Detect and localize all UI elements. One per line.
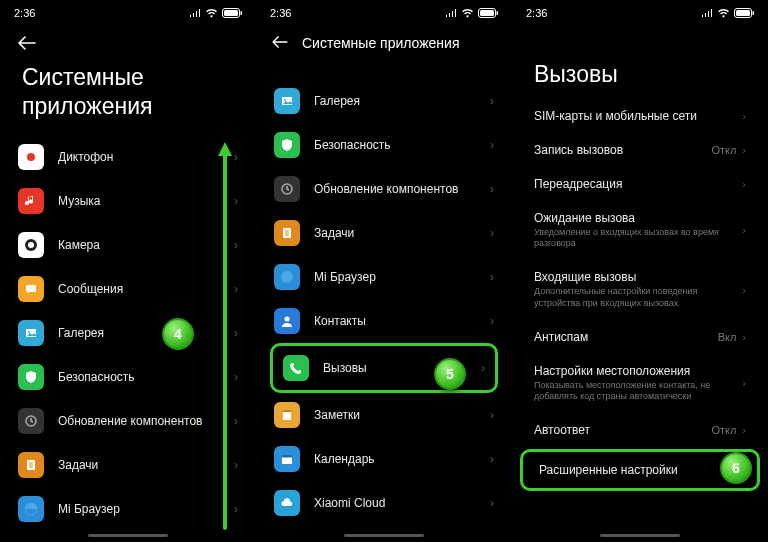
chevron-icon: › xyxy=(490,408,494,422)
status-icons xyxy=(701,8,754,18)
screen-system-apps-1: 2:36 Системные приложения Диктофон › Муз… xyxy=(0,0,256,542)
cloud-icon xyxy=(274,490,300,516)
svg-rect-14 xyxy=(480,10,494,16)
home-indicator[interactable] xyxy=(600,534,680,537)
chevron-icon: › xyxy=(742,144,746,156)
item-tasks[interactable]: Задачи › xyxy=(264,211,504,255)
home-indicator[interactable] xyxy=(88,534,168,537)
back-button[interactable] xyxy=(272,32,288,53)
setting-call-recording[interactable]: Запись вызовов Откл › xyxy=(512,133,768,167)
chevron-icon: › xyxy=(490,138,494,152)
svg-rect-1 xyxy=(224,10,238,16)
status-time: 2:36 xyxy=(526,7,547,19)
setting-call-waiting[interactable]: Ожидание вызова Уведомление о входящих в… xyxy=(512,201,768,260)
app-list: Галерея › Безопасность › Обновление комп… xyxy=(256,61,512,525)
browser-icon xyxy=(18,496,44,522)
security-icon xyxy=(274,132,300,158)
chevron-icon: › xyxy=(490,270,494,284)
camera-icon xyxy=(18,232,44,258)
chevron-icon: › xyxy=(490,314,494,328)
item-xiaomi-cloud[interactable]: Xiaomi Cloud › xyxy=(264,481,504,525)
item-updates[interactable]: Обновление компонентов › xyxy=(264,167,504,211)
status-bar: 2:36 xyxy=(512,0,768,24)
svg-rect-23 xyxy=(283,410,291,412)
page-title: Вызовы xyxy=(512,56,768,99)
status-icons xyxy=(445,8,498,18)
svg-point-8 xyxy=(28,331,30,333)
item-gallery[interactable]: Галерея › xyxy=(8,311,248,355)
status-time: 2:36 xyxy=(270,7,291,19)
svg-point-21 xyxy=(285,317,290,322)
item-browser[interactable]: Mi Браузер › xyxy=(264,255,504,299)
item-security[interactable]: Безопасность › xyxy=(264,123,504,167)
status-bar: 2:36 xyxy=(256,0,512,24)
item-tasks[interactable]: Задачи › xyxy=(8,443,248,487)
item-contacts[interactable]: Контакты › xyxy=(264,299,504,343)
item-messages[interactable]: Сообщения › xyxy=(8,267,248,311)
item-calendar[interactable]: Календарь › xyxy=(264,437,504,481)
home-indicator[interactable] xyxy=(344,534,424,537)
setting-advanced[interactable]: Расширенные настройки › xyxy=(527,458,753,482)
tasks-icon xyxy=(18,452,44,478)
calendar-icon xyxy=(274,446,300,472)
svg-rect-27 xyxy=(736,10,750,16)
svg-rect-15 xyxy=(497,11,499,15)
screen-calls-settings: 2:36 Вызовы SIM-карты и мобильные сети ›… xyxy=(512,0,768,542)
item-camera[interactable]: Камера › xyxy=(8,223,248,267)
item-browser[interactable]: Mi Браузер › xyxy=(8,487,248,531)
chevron-icon: › xyxy=(481,361,485,375)
phone-icon xyxy=(283,355,309,381)
svg-point-5 xyxy=(28,242,34,248)
setting-sim[interactable]: SIM-карты и мобильные сети › xyxy=(512,99,768,133)
chevron-icon: › xyxy=(490,496,494,510)
chevron-icon: › xyxy=(490,452,494,466)
page-title: Системные приложения xyxy=(0,59,256,135)
status-time: 2:36 xyxy=(14,7,35,19)
setting-location[interactable]: Настройки местоположения Показывать мест… xyxy=(512,354,768,413)
chevron-icon: › xyxy=(490,182,494,196)
item-music[interactable]: Музыка › xyxy=(8,179,248,223)
status-bar: 2:36 xyxy=(0,0,256,24)
svg-rect-2 xyxy=(241,11,243,15)
chevron-icon: › xyxy=(742,110,746,122)
svg-point-3 xyxy=(27,153,35,161)
chevron-icon: › xyxy=(742,224,746,236)
header: Системные приложения xyxy=(256,24,512,61)
gallery-icon xyxy=(274,88,300,114)
setting-antispam[interactable]: Антиспам Вкл › xyxy=(512,320,768,354)
step-marker-4: 4 xyxy=(162,318,194,350)
back-button[interactable] xyxy=(0,24,256,59)
gallery-icon xyxy=(18,320,44,346)
svg-rect-6 xyxy=(26,285,36,292)
item-gallery[interactable]: Галерея › xyxy=(264,79,504,123)
updates-icon xyxy=(18,408,44,434)
item-recorder[interactable]: Диктофон › xyxy=(8,135,248,179)
messages-icon xyxy=(18,276,44,302)
contacts-icon xyxy=(274,308,300,334)
item-security[interactable]: Безопасность › xyxy=(8,355,248,399)
chevron-icon: › xyxy=(490,94,494,108)
svg-rect-25 xyxy=(282,455,292,458)
security-icon xyxy=(18,364,44,390)
chevron-icon: › xyxy=(742,424,746,436)
item-notes[interactable]: Заметки › xyxy=(264,393,504,437)
scroll-arrow xyxy=(215,140,235,530)
svg-point-20 xyxy=(281,271,293,283)
svg-rect-28 xyxy=(753,11,755,15)
notes-icon xyxy=(274,402,300,428)
status-icons xyxy=(189,8,242,18)
setting-autoanswer[interactable]: Автоответ Откл › xyxy=(512,413,768,447)
music-icon xyxy=(18,188,44,214)
item-updates[interactable]: Обновление компонентов › xyxy=(8,399,248,443)
setting-incoming[interactable]: Входящие вызовы Дополнительные настройки… xyxy=(512,260,768,319)
setting-forwarding[interactable]: Переадресация › xyxy=(512,167,768,201)
page-title: Системные приложения xyxy=(302,35,460,51)
chevron-icon: › xyxy=(490,226,494,240)
chevron-icon: › xyxy=(742,331,746,343)
step-marker-6: 6 xyxy=(720,452,752,484)
chevron-icon: › xyxy=(742,377,746,389)
screen-system-apps-2: 2:36 Системные приложения Галерея › Безо… xyxy=(256,0,512,542)
updates-icon xyxy=(274,176,300,202)
step-marker-5: 5 xyxy=(434,358,466,390)
svg-point-17 xyxy=(284,99,286,101)
